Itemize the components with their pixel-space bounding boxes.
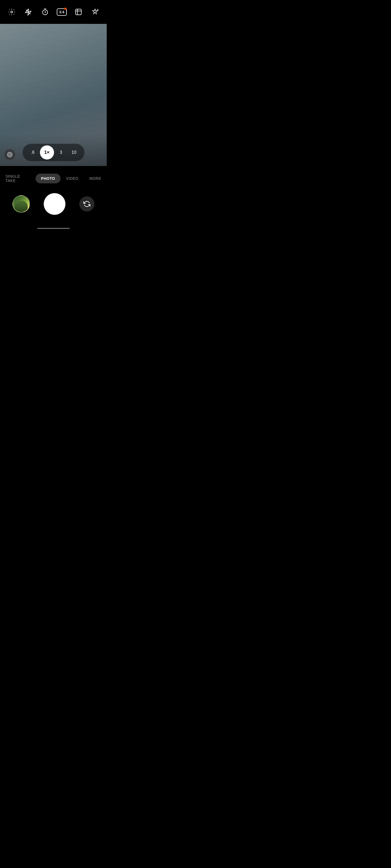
tab-more[interactable]: MORE: [84, 174, 107, 183]
viewfinder[interactable]: .6 1× 3 10: [0, 24, 107, 166]
timer-button[interactable]: [39, 6, 51, 18]
svg-rect-5: [76, 9, 81, 15]
camera-controls: [0, 190, 107, 220]
zoom-06[interactable]: .6: [27, 147, 39, 158]
svg-point-0: [10, 11, 12, 13]
zoom-3[interactable]: 3: [55, 147, 67, 158]
shutter-button[interactable]: [44, 193, 65, 215]
gallery-thumbnail[interactable]: [12, 195, 30, 213]
sparkle-button[interactable]: [89, 6, 101, 18]
tab-photo[interactable]: PHOTO: [35, 174, 60, 183]
mode-tabs: SINGLE TAKE PHOTO VIDEO MORE: [0, 166, 107, 190]
top-bar: 3:4: [0, 0, 107, 24]
bottom-controls: SINGLE TAKE PHOTO VIDEO MORE: [0, 166, 107, 231]
aspect-ratio-button[interactable]: 3:4: [56, 6, 67, 18]
settings-button[interactable]: [6, 6, 18, 18]
home-indicator: [37, 228, 70, 229]
flash-button[interactable]: [22, 6, 34, 18]
zoom-10[interactable]: 10: [68, 147, 80, 158]
flip-camera-button[interactable]: [79, 196, 94, 212]
lens-toggle-button[interactable]: [4, 149, 15, 160]
zoom-1x[interactable]: 1×: [40, 145, 54, 159]
tab-single-take[interactable]: SINGLE TAKE: [0, 172, 35, 186]
lens-indicator: [7, 152, 12, 157]
live-focus-button[interactable]: [73, 6, 84, 18]
tab-video[interactable]: VIDEO: [60, 174, 84, 183]
zoom-controls: .6 1× 3 10: [23, 144, 84, 161]
